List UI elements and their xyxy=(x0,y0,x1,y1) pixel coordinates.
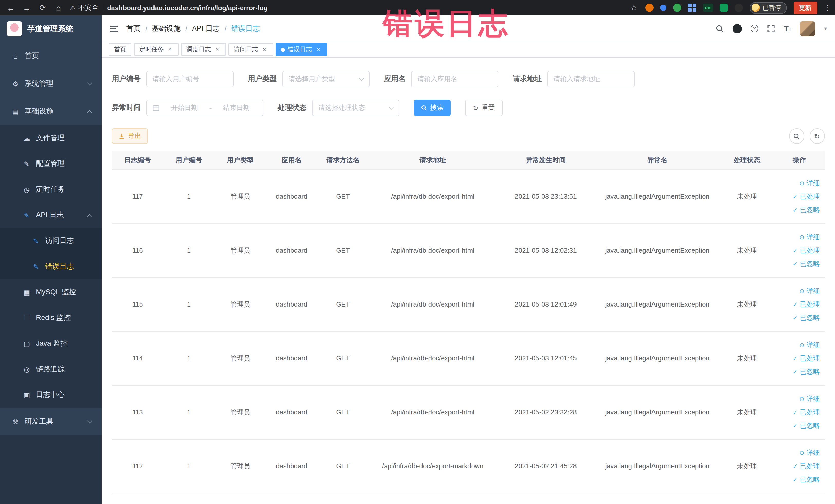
app-logo[interactable]: 芋道管理系统 xyxy=(0,15,102,42)
mark-processed-button[interactable]: ✓已处理 xyxy=(777,405,820,419)
collapse-menu-icon[interactable] xyxy=(110,25,118,32)
mark-processed-button[interactable]: ✓已处理 xyxy=(777,298,820,311)
sidebar-item-trace[interactable]: ◎ 链路追踪 xyxy=(0,356,102,382)
app-name-input[interactable]: 请输入应用名 xyxy=(411,71,498,87)
breadcrumb-item-api-log[interactable]: API 日志 xyxy=(192,24,220,33)
eye-icon: ⊙ xyxy=(799,342,805,348)
sidebar-item-mysql[interactable]: ▦ MySQL 监控 xyxy=(0,279,102,305)
sidebar-item-access-log[interactable]: ✎ 访问日志 xyxy=(0,228,102,254)
user-avatar[interactable] xyxy=(800,21,815,36)
cell-request-url: /api/infra/db-doc/export-html xyxy=(369,223,497,277)
sidebar-item-home[interactable]: ⌂ 首页 xyxy=(0,42,102,70)
avatar-caret-icon[interactable]: ▾ xyxy=(824,26,827,31)
edit-icon: ✎ xyxy=(23,160,31,168)
sidebar-item-system[interactable]: ⚙ 系统管理 xyxy=(0,70,102,98)
reload-icon[interactable]: ⟳ xyxy=(38,3,47,12)
user-type-select[interactable]: 请选择用户类型 xyxy=(282,71,370,87)
close-icon[interactable]: × xyxy=(213,46,221,53)
toggle-search-button[interactable] xyxy=(789,128,804,144)
fullscreen-icon[interactable] xyxy=(767,24,775,33)
tab-error-log[interactable]: 错误日志 × xyxy=(276,43,327,56)
search-icon[interactable] xyxy=(716,24,724,33)
cell-status: 未处理 xyxy=(720,385,774,439)
tab-schedule-log[interactable]: 调度日志 × xyxy=(181,43,226,56)
tab-access-log[interactable]: 访问日志 × xyxy=(228,43,273,56)
check-icon: ✓ xyxy=(793,355,798,361)
close-icon[interactable]: × xyxy=(166,46,174,53)
sidebar-item-config[interactable]: ✎ 配置管理 xyxy=(0,151,102,177)
tools-icon: ⚒ xyxy=(11,418,20,425)
browser-home-icon[interactable]: ⌂ xyxy=(54,3,63,12)
table-row: 1151管理员dashboardGET/api/infra/db-doc/exp… xyxy=(112,277,825,331)
detail-button[interactable]: ⊙详细 xyxy=(777,392,820,405)
extensions-grid-icon[interactable] xyxy=(688,4,696,12)
sidebar-item-java[interactable]: ▢ Java 监控 xyxy=(0,331,102,356)
filter-label: 应用名 xyxy=(384,75,406,84)
back-icon[interactable]: ← xyxy=(6,3,15,12)
detail-button[interactable]: ⊙详细 xyxy=(777,284,820,298)
request-url-input[interactable]: 请输入请求地址 xyxy=(547,71,634,87)
sidebar-item-job[interactable]: ◷ 定时任务 xyxy=(0,177,102,202)
breadcrumb-item-infra[interactable]: 基础设施 xyxy=(152,24,181,33)
date-range-input[interactable]: 开始日期 - 结束日期 xyxy=(146,100,263,116)
detail-button[interactable]: ⊙详细 xyxy=(777,230,820,244)
mark-processed-button[interactable]: ✓已处理 xyxy=(777,244,820,257)
refresh-button[interactable]: ↻ xyxy=(809,128,825,144)
reset-button[interactable]: ↻ 重置 xyxy=(465,100,503,116)
help-icon[interactable]: ? xyxy=(751,25,758,32)
tab-home[interactable]: 首页 xyxy=(109,43,131,56)
sidebar-item-file[interactable]: ☁ 文件管理 xyxy=(0,125,102,151)
access-log-icon: ✎ xyxy=(32,237,40,245)
process-status-select[interactable]: 请选择处理状态 xyxy=(312,100,400,116)
detail-button[interactable]: ⊙详细 xyxy=(777,176,820,190)
sidebar-item-redis[interactable]: ☰ Redis 监控 xyxy=(0,305,102,331)
export-button[interactable]: 导出 xyxy=(112,128,148,144)
mark-ignored-button[interactable]: ✓已忽略 xyxy=(777,473,820,486)
search-button[interactable]: 搜索 xyxy=(414,100,451,116)
table-toolbar: 导出 ↻ xyxy=(112,128,825,144)
extension-paw-icon[interactable] xyxy=(734,4,742,12)
sidebar-item-infra[interactable]: ▤ 基础设施 xyxy=(0,98,102,125)
date-range-separator: - xyxy=(209,104,212,112)
sidebar-item-devtools[interactable]: ⚒ 研发工具 xyxy=(0,408,102,436)
extension-red-icon[interactable] xyxy=(645,4,653,12)
forward-icon[interactable]: → xyxy=(22,3,31,12)
chevron-up-icon xyxy=(87,214,92,219)
mark-ignored-button[interactable]: ✓已忽略 xyxy=(777,419,820,432)
close-icon[interactable]: × xyxy=(261,46,268,53)
update-button[interactable]: 更新 xyxy=(793,1,817,14)
user-id-input[interactable]: 请输入用户编号 xyxy=(146,71,233,87)
mark-ignored-button[interactable]: ✓已忽略 xyxy=(777,257,820,270)
tab-job[interactable]: 定时任务 × xyxy=(134,43,179,56)
browser-menu-icon[interactable]: ⋮ xyxy=(824,4,829,12)
mark-ignored-button[interactable]: ✓已忽略 xyxy=(777,203,820,217)
vpn-on-badge[interactable]: on xyxy=(702,4,713,12)
profile-paused-badge[interactable]: 已暂停 xyxy=(749,2,787,14)
close-icon[interactable]: × xyxy=(315,46,322,53)
mark-processed-button[interactable]: ✓已处理 xyxy=(777,190,820,203)
cell-user-id: 1 xyxy=(163,439,215,493)
sidebar-item-api-log[interactable]: ✎ API 日志 xyxy=(0,202,102,228)
detail-button[interactable]: ⊙详细 xyxy=(777,338,820,351)
cell-app-name: dashboard xyxy=(266,385,317,439)
mark-processed-button[interactable]: ✓已处理 xyxy=(777,351,820,365)
refresh-icon: ↻ xyxy=(473,104,478,111)
breadcrumb-item-home[interactable]: 首页 xyxy=(126,24,141,33)
github-icon[interactable] xyxy=(733,24,742,33)
address-bar[interactable]: ⚠ 不安全 dashboard.yudao.iocoder.cn/infra/l… xyxy=(70,3,623,12)
detail-button[interactable]: ⊙详细 xyxy=(777,446,820,459)
mark-processed-button[interactable]: ✓已处理 xyxy=(777,459,820,473)
security-indicator[interactable]: ⚠ 不安全 xyxy=(70,3,98,12)
mark-ignored-button[interactable]: ✓已忽略 xyxy=(777,365,820,378)
column-header: 请求方法名 xyxy=(317,151,369,169)
extension-blue-icon[interactable] xyxy=(660,5,666,11)
bookmark-star-icon[interactable]: ☆ xyxy=(629,3,638,12)
sidebar-item-log-center[interactable]: ▣ 日志中心 xyxy=(0,382,102,408)
sidebar-item-error-log[interactable]: ✎ 错误日志 xyxy=(0,254,102,279)
extension-leaf-icon[interactable] xyxy=(719,4,728,12)
mark-ignored-button[interactable]: ✓已忽略 xyxy=(777,311,820,324)
cell-status: 未处理 xyxy=(720,169,774,223)
font-size-icon[interactable]: TT xyxy=(784,25,791,32)
cell-app-name: dashboard xyxy=(266,439,317,493)
extension-green-icon[interactable] xyxy=(673,4,681,12)
